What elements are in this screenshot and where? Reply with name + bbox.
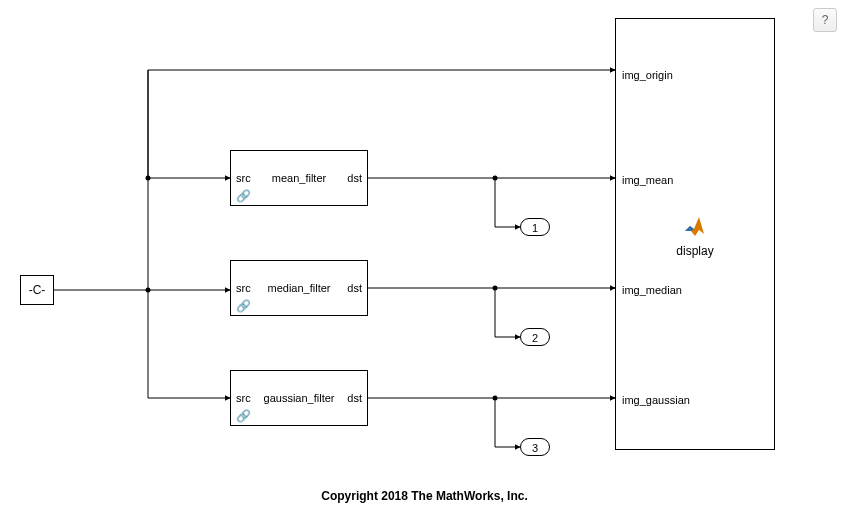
outport-2-label: 2 (532, 332, 538, 344)
outport-1-label: 1 (532, 222, 538, 234)
median-dst-port: dst (347, 282, 362, 294)
outport-2[interactable]: 2 (520, 328, 550, 346)
median-src-port: src (236, 282, 251, 294)
outport-1[interactable]: 1 (520, 218, 550, 236)
display-port-gaussian: img_gaussian (622, 394, 690, 406)
outport-3-label: 3 (532, 442, 538, 454)
help-button[interactable]: ? (813, 8, 837, 32)
gaussian-dst-port: dst (347, 392, 362, 404)
display-port-median: img_median (622, 284, 682, 296)
display-port-origin: img_origin (622, 69, 673, 81)
median-filter-block[interactable]: src median_filter dst 🔗 (230, 260, 368, 316)
link-icon: 🔗 (236, 300, 251, 312)
display-caption: display (676, 244, 713, 258)
copyright-text: Copyright 2018 The MathWorks, Inc. (0, 489, 849, 503)
simulink-canvas: ? -C- src mean_filter dst 🔗 src median_f… (0, 0, 849, 511)
gaussian-filter-label: gaussian_filter (264, 392, 335, 404)
svg-point-9 (146, 288, 151, 293)
svg-point-19 (493, 396, 498, 401)
display-block[interactable]: img_origin img_mean img_median img_gauss… (615, 18, 775, 450)
mean-src-port: src (236, 172, 251, 184)
mean-dst-port: dst (347, 172, 362, 184)
gaussian-filter-block[interactable]: src gaussian_filter dst 🔗 (230, 370, 368, 426)
mean-filter-block[interactable]: src mean_filter dst 🔗 (230, 150, 368, 206)
svg-point-15 (493, 286, 498, 291)
svg-point-8 (146, 176, 151, 181)
matlab-logo-icon (682, 214, 708, 241)
constant-block[interactable]: -C- (20, 275, 54, 305)
link-icon: 🔗 (236, 190, 251, 202)
help-icon: ? (822, 13, 829, 27)
display-port-mean: img_mean (622, 174, 673, 186)
link-icon: 🔗 (236, 410, 251, 422)
mean-filter-label: mean_filter (272, 172, 326, 184)
svg-point-11 (493, 176, 498, 181)
constant-label: -C- (29, 283, 46, 297)
outport-3[interactable]: 3 (520, 438, 550, 456)
gaussian-src-port: src (236, 392, 251, 404)
median-filter-label: median_filter (268, 282, 331, 294)
